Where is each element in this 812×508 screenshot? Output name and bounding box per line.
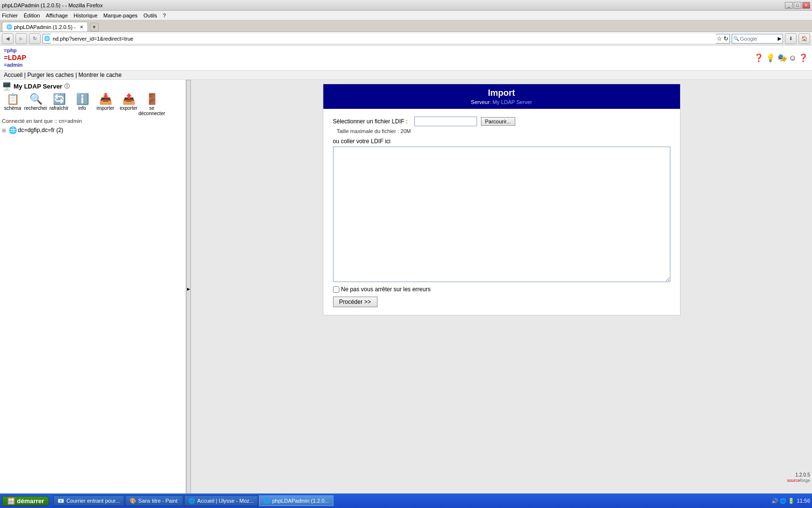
menu-affichage[interactable]: Affichage: [46, 13, 68, 18]
paste-ldif-label: ou coller votre LDIF ici: [333, 138, 670, 145]
tree-root[interactable]: ⊞ 🌐 dc=dgfip,dc=fr (2): [2, 126, 184, 134]
server-name: My LDAP Server: [14, 83, 62, 90]
file-select-row: Sélectionner un fichier LDIF : Parcourir…: [333, 117, 670, 126]
tab-close-icon[interactable]: ✕: [80, 25, 84, 30]
max-file-size: Taille maximale du fichier : 20M: [337, 128, 670, 134]
toolbar-rechercher[interactable]: 🔍 rechercher: [25, 93, 46, 111]
tab-favicon: 🌐: [6, 24, 12, 30]
search-input[interactable]: [739, 35, 778, 42]
menu-marque-pages[interactable]: Marque-pages: [103, 13, 138, 18]
nav-purger[interactable]: Purger les caches: [27, 72, 73, 78]
menu-help[interactable]: ?: [163, 13, 166, 18]
import-body: Sélectionner un fichier LDIF : Parcourir…: [323, 109, 680, 315]
file-select-label: Sélectionner un fichier LDIF :: [333, 118, 410, 125]
address-stars: ☆ ↻: [717, 35, 728, 42]
app-header: =php =LDAP =admin ❓ 💡 🎭 ☺ ❓: [0, 45, 812, 71]
no-stop-label: Ne pas vous arrêter sur les erreurs: [341, 286, 431, 293]
close-button[interactable]: ✕: [802, 2, 810, 9]
import-server-link[interactable]: My LDAP Server: [493, 99, 532, 105]
tab-label: phpLDAPadmin (1.2.0.5) -: [14, 24, 76, 30]
browser-titlebar: phpLDAPadmin (1.2.0.5) - - Mozilla Firef…: [0, 0, 812, 11]
no-stop-checkbox[interactable]: [333, 286, 339, 293]
server-icon: 🖥️: [2, 82, 12, 91]
address-input[interactable]: [51, 34, 716, 44]
menu-bar: Fichier Édition Affichage Historique Mar…: [0, 11, 812, 20]
home-button[interactable]: 🏠: [798, 33, 810, 44]
maximize-button[interactable]: □: [794, 2, 801, 9]
logo-ldap: =LDAP: [4, 54, 26, 62]
import-title: Import: [327, 88, 676, 98]
import-panel: Import Serveur: My LDAP Server Sélection…: [323, 84, 681, 315]
tree-toggle-icon[interactable]: ⊞: [2, 128, 8, 133]
window-controls: _ □ ✕: [785, 2, 810, 9]
search-engine-icon: 🔍: [733, 36, 739, 41]
menu-fichier[interactable]: Fichier: [2, 13, 18, 18]
toolbar-info[interactable]: ℹ️ info: [72, 93, 93, 111]
file-path-input[interactable]: [414, 117, 477, 126]
minimize-button[interactable]: _: [785, 2, 793, 9]
toolbar-deconnecter[interactable]: 🚪 se déconnecter: [141, 93, 162, 116]
connected-as: Connecté en tant que :: cn=admin: [2, 118, 184, 124]
tab-active[interactable]: 🌐 phpLDAPadmin (1.2.0.5) - ✕: [2, 22, 88, 31]
help-icon[interactable]: ❓: [754, 53, 764, 62]
nav-links: Accueil | Purger les caches | Montrer le…: [0, 71, 812, 80]
search-go-icon[interactable]: ▶: [778, 36, 782, 41]
tree-root-label: dc=dgfip,dc=fr (2): [18, 127, 63, 134]
toolbar-icons: 📋 schéma 🔍 rechercher 🔄 rafraîchir ℹ️ in…: [2, 93, 184, 116]
page-content: =php =LDAP =admin ❓ 💡 🎭 ☺ ❓ Accueil | Pu…: [0, 45, 812, 493]
lightbulb-icon[interactable]: 💡: [766, 53, 775, 62]
nav-accueil[interactable]: Accueil: [4, 72, 23, 78]
resize-handle[interactable]: [184, 80, 186, 493]
forward-button[interactable]: ▶: [15, 33, 27, 44]
server-info-icon[interactable]: ⓘ: [64, 83, 70, 90]
toolbar-importer[interactable]: 📥 importer: [95, 93, 116, 111]
right-panel: Import Serveur: My LDAP Server Sélection…: [191, 80, 812, 493]
sidebar-expand-button[interactable]: ▶: [186, 80, 191, 493]
no-stop-row: Ne pas vous arrêter sur les erreurs: [333, 286, 670, 293]
address-favicon: 🌐: [44, 36, 50, 41]
logo-php: =php: [4, 47, 26, 54]
logo-admin: =admin: [4, 62, 26, 68]
address-bar-container: 🌐 ☆ ↻ 🔍 ▶ ⬇ 🏠: [43, 33, 810, 44]
server-title: 🖥️ My LDAP Server ⓘ: [2, 82, 184, 91]
download-button[interactable]: ⬇: [785, 33, 797, 44]
app-logo: =php =LDAP =admin: [4, 47, 26, 68]
version-info: 1.2.0.5 sourceforge: [787, 472, 810, 483]
import-header: Import Serveur: My LDAP Server: [323, 84, 680, 109]
info-icon[interactable]: ❓: [798, 53, 808, 62]
browser-title: phpLDAPadmin (1.2.0.5) - - Mozilla Firef…: [2, 2, 102, 8]
import-server-info: Serveur: My LDAP Server: [327, 99, 676, 105]
main-content: 🖥️ My LDAP Server ⓘ 📋 schéma 🔍 recherche…: [0, 80, 812, 493]
menu-historique[interactable]: Historique: [73, 13, 98, 18]
menu-edition[interactable]: Édition: [24, 13, 40, 18]
sourceforge-label: sourceforge: [787, 478, 810, 483]
smiley-icon[interactable]: ☺: [789, 54, 797, 62]
version-number: 1.2.0.5: [787, 472, 810, 478]
toolbar-exporter[interactable]: 📤 exporter: [118, 93, 139, 111]
toolbar-schema[interactable]: 📋 schéma: [2, 93, 23, 111]
ldif-textarea[interactable]: [333, 147, 670, 282]
menu-outils[interactable]: Outils: [144, 13, 157, 18]
globe-icon: 🌐: [9, 126, 17, 134]
header-icons: ❓ 💡 🎭 ☺ ❓: [754, 53, 808, 62]
navigation-toolbar: ◀ ▶ ↻ 🌐 ☆ ↻ 🔍 ▶ ⬇ 🏠: [0, 32, 812, 45]
nav-montrer[interactable]: Montrer le cache: [78, 72, 121, 78]
tab-bar: 🌐 phpLDAPadmin (1.2.0.5) - ✕ +: [0, 20, 812, 32]
refresh-button[interactable]: ↻: [29, 33, 41, 44]
favorite-icon[interactable]: 🎭: [777, 53, 787, 62]
back-button[interactable]: ◀: [2, 33, 14, 44]
proceed-button[interactable]: Procéder >>: [333, 297, 377, 307]
toolbar-rafraichir[interactable]: 🔄 rafraîchir: [48, 93, 70, 111]
new-tab-button[interactable]: +: [90, 23, 99, 31]
browse-button[interactable]: Parcourir...: [481, 117, 515, 126]
sidebar: 🖥️ My LDAP Server ⓘ 📋 schéma 🔍 recherche…: [0, 80, 186, 493]
